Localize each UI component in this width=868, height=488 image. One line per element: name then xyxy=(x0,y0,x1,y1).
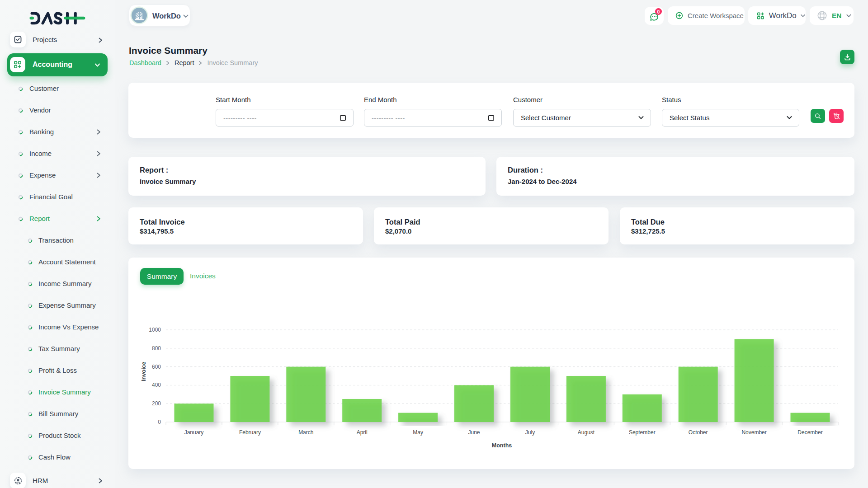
svg-text:January: January xyxy=(184,429,204,436)
svg-text:600: 600 xyxy=(152,364,161,370)
svg-text:April: April xyxy=(357,429,368,436)
svg-text:August: August xyxy=(578,429,595,436)
svg-text:800: 800 xyxy=(152,345,161,352)
svg-text:Months: Months xyxy=(492,442,512,449)
svg-text:February: February xyxy=(239,429,261,436)
svg-text:Invoice: Invoice xyxy=(141,361,147,381)
svg-text:November: November xyxy=(741,429,766,436)
svg-text:March: March xyxy=(298,429,313,436)
svg-text:October: October xyxy=(689,429,708,436)
svg-text:400: 400 xyxy=(152,382,161,388)
svg-text:0: 0 xyxy=(158,419,161,425)
svg-text:September: September xyxy=(629,429,656,436)
svg-text:December: December xyxy=(797,429,822,436)
svg-text:June: June xyxy=(468,429,480,436)
svg-text:July: July xyxy=(525,429,535,436)
svg-text:May: May xyxy=(413,429,423,436)
svg-text:1000: 1000 xyxy=(149,327,161,333)
svg-text:200: 200 xyxy=(152,400,161,407)
